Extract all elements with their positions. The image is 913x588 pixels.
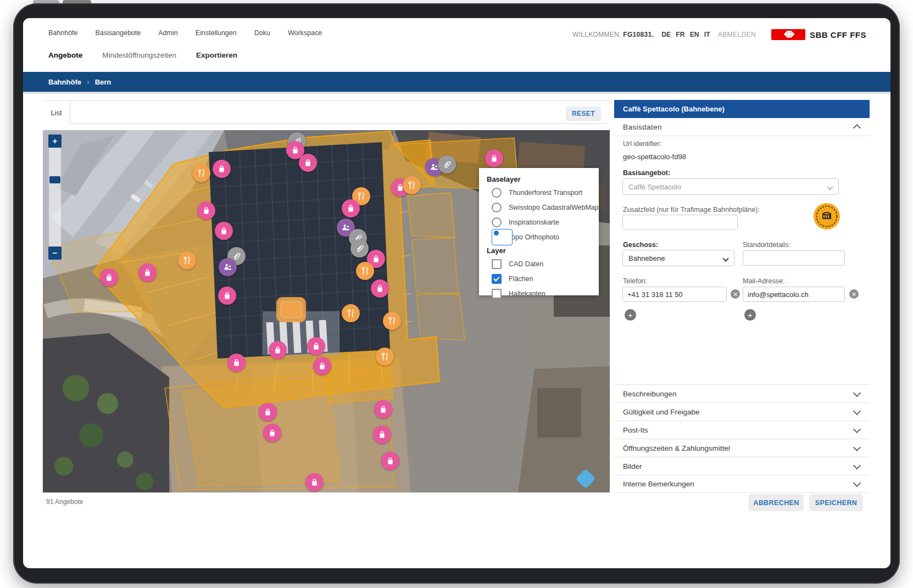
add-mail-button[interactable]: + <box>744 309 756 321</box>
map-marker-restaurant[interactable] <box>192 164 210 182</box>
accordion-section-basisdaten[interactable]: Basisdaten <box>614 118 870 136</box>
baselayer-option-inspirationskarte[interactable]: Inspirationskarte <box>487 215 599 229</box>
map-marker-shop[interactable] <box>299 154 317 172</box>
language-switcher: DEFRENIT <box>661 31 710 38</box>
accordion-list: BeschreibungenGültigkeit und FreigabePos… <box>614 384 870 493</box>
map-marker-shop[interactable] <box>259 403 277 421</box>
map-tabbar: List RESET <box>43 100 610 124</box>
breadcrumb-root[interactable]: Bahnhöfe <box>48 78 81 86</box>
shopping-bag-icon <box>346 203 356 214</box>
accordion-section-ffnungszeiten-zahlungsmittel[interactable]: Öffnungszeiten & Zahlungsmittel <box>614 439 870 457</box>
baselayer-option-swisstopo-cadastralwebmap[interactable]: Swisstopo CadastralWebMap <box>487 200 599 215</box>
shopping-bag-icon <box>385 456 396 466</box>
map-marker-attachment[interactable] <box>438 155 456 173</box>
subnav-item-exportieren[interactable]: Exportieren <box>196 51 237 59</box>
baselayer-option-swisstopo-orthophoto[interactable]: Swisstopo Orthophoto <box>487 229 599 244</box>
subnav-item-angebote[interactable]: Angebote <box>48 51 82 59</box>
map-marker-restaurant[interactable] <box>376 348 394 366</box>
restaurant-icon <box>346 308 356 318</box>
accordion-section-beschreibungen[interactable]: Beschreibungen <box>614 384 870 402</box>
geschoss-value: Bahnebene <box>628 254 665 262</box>
map-marker-shop[interactable] <box>313 357 331 375</box>
chevron-down-icon <box>853 425 861 433</box>
layer-option-haltekanten[interactable]: Haltekanten <box>487 286 599 301</box>
sbb-logo: SBB CFF FFS <box>771 29 866 40</box>
map-marker-shop[interactable] <box>218 287 236 305</box>
nav-item-workspace[interactable]: Workspace <box>288 29 322 37</box>
accordion-section-g-ltigkeit-und-freigabe[interactable]: Gültigkeit und Freigabe <box>614 402 870 421</box>
zoom-in-button[interactable]: + <box>48 135 62 148</box>
basisangebot-select[interactable]: Caffè Spettacolo <box>622 178 839 195</box>
map-marker-shop[interactable] <box>263 424 281 442</box>
chevron-down-icon <box>722 255 728 261</box>
map-marker-shop[interactable] <box>307 337 325 355</box>
map-marker-shop[interactable] <box>227 354 246 372</box>
zoom-slider-track[interactable] <box>49 135 61 260</box>
map-marker-restaurant[interactable] <box>178 251 196 270</box>
language-de[interactable]: DE <box>661 31 671 38</box>
nav-item-basisangebote[interactable]: Basisangebote <box>96 29 141 37</box>
nav-item-doku[interactable]: Doku <box>254 29 270 37</box>
nav-item-einstellungen[interactable]: Einstellungen <box>196 29 237 37</box>
subnav-item-mindest-ffnungszeiten[interactable]: Mindestöffnungszeiten <box>102 51 176 59</box>
zusatzfeld-input[interactable] <box>622 215 738 230</box>
mail-input[interactable] <box>743 287 845 302</box>
map-marker-shop[interactable] <box>138 264 157 282</box>
layer-option-cad-daten[interactable]: CAD Daten <box>487 256 599 271</box>
map-marker-attachment[interactable] <box>350 239 369 257</box>
map-marker-restaurant[interactable] <box>342 304 360 322</box>
app-window: BahnhöfeBasisangeboteAdminEinstellungenD… <box>23 18 890 568</box>
reset-button[interactable]: RESET <box>566 107 601 121</box>
language-it[interactable]: IT <box>704 31 710 38</box>
chevron-down-icon <box>853 479 861 487</box>
nav-item-admin[interactable]: Admin <box>158 29 177 37</box>
save-button[interactable]: SPEICHERN <box>809 494 863 511</box>
cancel-button[interactable]: ABBRECHEN <box>749 494 804 511</box>
map-marker-restaurant[interactable] <box>281 301 302 318</box>
map-marker-shop[interactable] <box>215 222 233 240</box>
tab-list[interactable]: List <box>43 101 70 124</box>
mail-label: Mail-Adresse: <box>743 277 784 285</box>
map-marker-shop[interactable] <box>100 268 118 287</box>
layer-option-fl-chen[interactable]: Flächen <box>487 271 599 286</box>
map-canvas[interactable]: + − Baselayer Thunderforest TransportSwi… <box>43 130 610 492</box>
restaurant-icon <box>356 191 366 201</box>
map-marker-shop[interactable] <box>269 341 287 359</box>
caffe-spettacolo-logo <box>813 203 840 230</box>
geschoss-select[interactable]: Bahnebene <box>622 250 734 266</box>
telefon-label: Telefon: <box>623 277 647 285</box>
language-fr[interactable]: FR <box>676 31 684 38</box>
map-marker-shop[interactable] <box>485 149 503 167</box>
map-marker-shop[interactable] <box>371 279 389 298</box>
map-marker-shop[interactable] <box>374 400 392 418</box>
map-marker-shop[interactable] <box>381 452 399 470</box>
clear-mail-icon[interactable]: ✕ <box>849 289 859 299</box>
service-desk-icon <box>341 222 351 233</box>
restaurant-icon <box>360 266 370 276</box>
nav-item-bahnh-fe[interactable]: Bahnhöfe <box>48 29 78 37</box>
map-marker-restaurant[interactable] <box>403 176 421 194</box>
telefon-input[interactable] <box>622 287 727 302</box>
map-marker-restaurant[interactable] <box>356 262 374 280</box>
radio-icon <box>492 217 502 227</box>
accordion-section-bilder[interactable]: Bilder <box>614 457 870 475</box>
map-marker-shop[interactable] <box>305 473 324 491</box>
paperclip-icon <box>354 243 365 254</box>
zoom-slider-handle[interactable] <box>49 176 60 183</box>
accordion-section-post-its[interactable]: Post-Its <box>614 421 870 439</box>
baselayer-option-thunderforest-transport[interactable]: Thunderforest Transport <box>487 185 599 200</box>
standortdetails-input[interactable] <box>743 250 845 266</box>
logout-link[interactable]: ABMELDEN <box>718 31 756 38</box>
accordion-section-interne-bemerkungen[interactable]: Interne Bemerkungen <box>614 475 870 493</box>
map-marker-service[interactable] <box>219 258 237 276</box>
checkbox-icon <box>492 259 502 269</box>
zoom-out-button[interactable]: − <box>48 247 62 260</box>
map-marker-shop[interactable] <box>342 199 360 217</box>
map-marker-restaurant[interactable] <box>383 312 401 330</box>
map-marker-shop[interactable] <box>197 201 215 220</box>
clear-telefon-icon[interactable]: ✕ <box>731 289 740 299</box>
language-en[interactable]: EN <box>690 31 699 38</box>
add-telefon-button[interactable]: + <box>625 309 636 321</box>
map-marker-shop[interactable] <box>213 160 231 178</box>
map-marker-shop[interactable] <box>373 425 391 444</box>
